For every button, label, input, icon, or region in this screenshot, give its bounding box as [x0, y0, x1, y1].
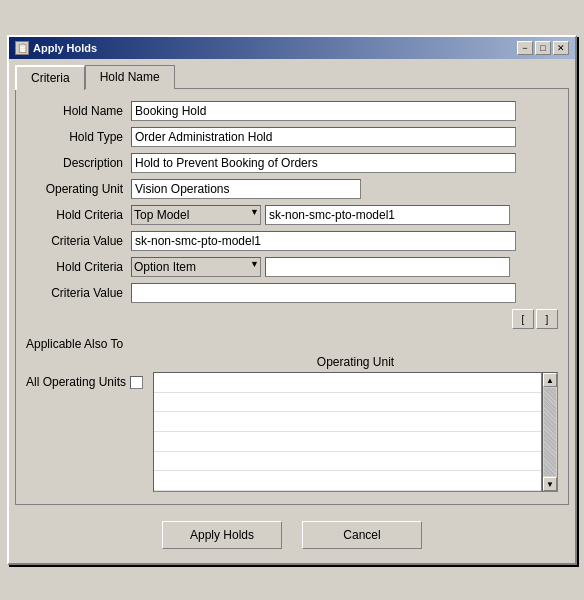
operating-unit-header: Operating Unit — [153, 355, 558, 369]
hold-criteria-dropdown[interactable]: Top Model — [131, 205, 261, 225]
hold-criteria-row2: Hold Criteria Option Item — [26, 257, 558, 277]
criteria-value-input2[interactable] — [131, 283, 516, 303]
tab-criteria[interactable]: Criteria — [15, 65, 85, 90]
list-box-container: ▲ ▼ — [153, 372, 558, 492]
nav-left-button[interactable]: [ — [512, 309, 534, 329]
operating-unit-label: Operating Unit — [26, 182, 131, 196]
hold-criteria-input2[interactable] — [265, 257, 510, 277]
maximize-button[interactable]: □ — [535, 41, 551, 55]
hold-name-label: Hold Name — [26, 104, 131, 118]
description-row: Description — [26, 153, 558, 173]
applicable-right-col: Operating Unit ▲ — [153, 355, 558, 492]
hold-name-row: Hold Name — [26, 101, 558, 121]
title-bar: 📋 Apply Holds − □ ✕ — [9, 37, 575, 59]
nav-buttons: [ ] — [26, 309, 558, 329]
hold-criteria-label: Hold Criteria — [26, 208, 131, 222]
hold-name-input[interactable] — [131, 101, 516, 121]
applicable-content: All Operating Units Operating Unit — [26, 355, 558, 492]
list-row — [154, 432, 541, 452]
title-bar-left: 📋 Apply Holds — [15, 41, 97, 55]
title-bar-buttons: − □ ✕ — [517, 41, 569, 55]
list-row — [154, 412, 541, 432]
tab-hold-name[interactable]: Hold Name — [85, 65, 175, 89]
scroll-track — [544, 388, 556, 476]
operating-units-list[interactable] — [153, 372, 542, 492]
hold-criteria-inputs: Top Model — [131, 205, 510, 225]
list-row — [154, 373, 541, 393]
all-operating-units-checkbox[interactable] — [130, 376, 143, 389]
criteria-value-input1[interactable] — [131, 231, 516, 251]
scroll-down-button[interactable]: ▼ — [543, 477, 557, 491]
description-input[interactable] — [131, 153, 516, 173]
hold-criteria-row1: Hold Criteria Top Model — [26, 205, 558, 225]
hold-criteria-dropdown-wrapper2: Option Item — [131, 257, 261, 277]
criteria-value-row2: Criteria Value — [26, 283, 558, 303]
scroll-up-button[interactable]: ▲ — [543, 373, 557, 387]
scrollbar[interactable]: ▲ ▼ — [542, 372, 558, 492]
hold-criteria-input[interactable] — [265, 205, 510, 225]
content-area: Hold Name Hold Type Description Operatin… — [15, 88, 569, 505]
apply-holds-button[interactable]: Apply Holds — [162, 521, 282, 549]
hold-type-label: Hold Type — [26, 130, 131, 144]
hold-criteria-inputs2: Option Item — [131, 257, 510, 277]
description-label: Description — [26, 156, 131, 170]
bottom-buttons: Apply Holds Cancel — [15, 521, 569, 557]
window-title: Apply Holds — [33, 42, 97, 54]
applicable-title: Applicable Also To — [26, 337, 558, 351]
window-body: Criteria Hold Name Hold Name Hold Type D… — [9, 59, 575, 563]
applicable-left-col: All Operating Units — [26, 355, 143, 492]
hold-type-input[interactable] — [131, 127, 516, 147]
criteria-value-label: Criteria Value — [26, 234, 131, 248]
hold-criteria-dropdown2[interactable]: Option Item — [131, 257, 261, 277]
cancel-button[interactable]: Cancel — [302, 521, 422, 549]
list-row — [154, 393, 541, 413]
nav-right-button[interactable]: ] — [536, 309, 558, 329]
criteria-value-label2: Criteria Value — [26, 286, 131, 300]
hold-criteria-dropdown-wrapper: Top Model — [131, 205, 261, 225]
list-row — [154, 471, 541, 491]
criteria-value-row1: Criteria Value — [26, 231, 558, 251]
hold-criteria-label2: Hold Criteria — [26, 260, 131, 274]
all-operating-units-row: All Operating Units — [26, 375, 143, 389]
tab-bar: Criteria Hold Name — [15, 65, 569, 89]
all-operating-units-label: All Operating Units — [26, 375, 126, 389]
operating-unit-input[interactable] — [131, 179, 361, 199]
applicable-section: Applicable Also To All Operating Units O… — [26, 337, 558, 492]
operating-unit-row: Operating Unit — [26, 179, 558, 199]
minimize-button[interactable]: − — [517, 41, 533, 55]
hold-type-row: Hold Type — [26, 127, 558, 147]
list-row — [154, 452, 541, 472]
window-icon: 📋 — [15, 41, 29, 55]
close-button[interactable]: ✕ — [553, 41, 569, 55]
main-window: 📋 Apply Holds − □ ✕ Criteria Hold Name H… — [7, 35, 577, 565]
